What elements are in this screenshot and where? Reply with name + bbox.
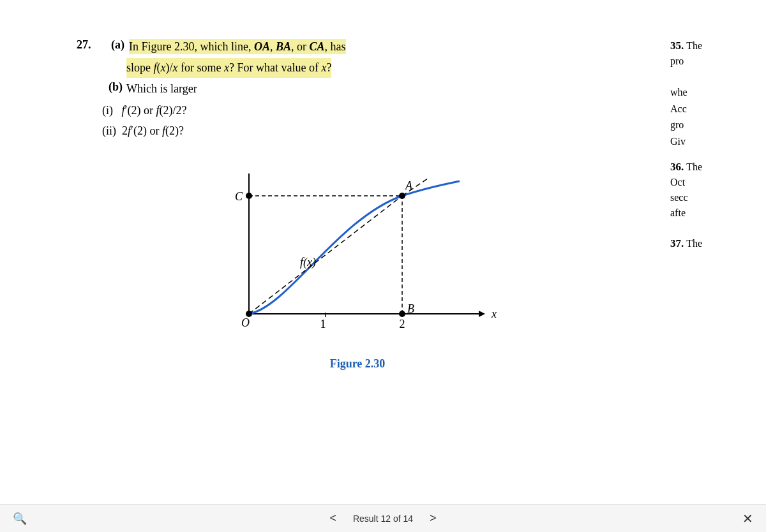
problem-number-27: 27. xyxy=(77,38,109,52)
extra-line-whe: whe xyxy=(670,84,753,101)
part-a-text: In Figure 2.30, which line, OA, BA, or C… xyxy=(129,38,346,55)
label-o: O xyxy=(241,316,250,329)
part-a-label: (a) xyxy=(111,38,129,52)
line-oa xyxy=(249,196,402,314)
point-c xyxy=(246,193,252,199)
prev-button[interactable]: < xyxy=(323,509,343,528)
bottom-toolbar: 🔍 < Result 12 of 14 > ✕ xyxy=(0,504,766,532)
tick-2-label: 2 xyxy=(400,318,405,330)
problem-number-35: 35. xyxy=(670,40,684,52)
problem-number-36: 36. xyxy=(670,161,684,173)
subpart-i: (i) f′(2) or f(2)/2? xyxy=(102,100,638,121)
x-axis-label: x xyxy=(491,307,497,320)
search-icon[interactable]: 🔍 xyxy=(13,512,27,526)
label-a: A xyxy=(405,179,413,192)
main-column: 27. (a) In Figure 2.30, which line, OA, … xyxy=(0,0,664,532)
close-button[interactable]: ✕ xyxy=(742,511,753,526)
problem-27-line2: slope f(x)/x for some x? For what value … xyxy=(126,58,638,78)
subpart-ii-label: (ii) xyxy=(102,124,119,137)
subpart-i-text: f′(2) or f(2)/2? xyxy=(122,104,187,117)
svg-marker-2 xyxy=(479,311,485,317)
highlighted-text: In Figure 2.30, which line, OA, BA, or C… xyxy=(129,39,346,54)
subpart-i-label: (i) xyxy=(102,104,119,117)
problem-27-partb: (b) Which is larger xyxy=(109,80,638,98)
problem-27: 27. (a) In Figure 2.30, which line, OA, … xyxy=(77,38,638,142)
figure-container: 1 2 x O xyxy=(77,154,638,371)
problem-35: 35. Thepro xyxy=(670,38,753,69)
part-b-label: (b) xyxy=(109,80,126,94)
problem-37-text: The xyxy=(686,238,702,249)
point-a xyxy=(399,193,405,199)
right-column: 35. Thepro whe Acc gro Giv 36. TheOctsec… xyxy=(664,0,766,532)
extra-line-gro: gro xyxy=(670,117,753,133)
part-a-text-line2: slope f(x)/x for some x? For what value … xyxy=(126,58,331,78)
navigation-controls: < Result 12 of 14 > xyxy=(323,509,442,528)
label-b: B xyxy=(407,302,414,315)
extra-line-giv: Giv xyxy=(670,133,753,150)
problem-36: 36. TheOctseccafte xyxy=(670,159,753,221)
problem-number-37: 37. xyxy=(670,237,684,249)
tick-1-label: 1 xyxy=(320,318,326,330)
subpart-ii-text: 2f′(2) or f(2)? xyxy=(122,124,184,137)
fx-label: f(x) xyxy=(300,256,316,269)
part-b-text: Which is larger xyxy=(126,80,197,98)
point-b xyxy=(399,311,405,317)
problem-37: 37. The xyxy=(670,236,753,251)
figure-caption: Figure 2.30 xyxy=(330,357,386,371)
extra-line-acc: Acc xyxy=(670,101,753,117)
figure-2-30-svg: 1 2 x O xyxy=(211,154,517,352)
next-button[interactable]: > xyxy=(423,509,443,528)
page-content: 27. (a) In Figure 2.30, which line, OA, … xyxy=(0,0,766,532)
result-count: Result 12 of 14 xyxy=(353,514,413,524)
problem-35-extra: whe Acc gro Giv xyxy=(670,84,753,149)
subpart-ii: (ii) 2f′(2) or f(2)? xyxy=(102,121,638,141)
problem-27-line1: 27. (a) In Figure 2.30, which line, OA, … xyxy=(77,38,638,55)
label-c: C xyxy=(235,190,243,203)
